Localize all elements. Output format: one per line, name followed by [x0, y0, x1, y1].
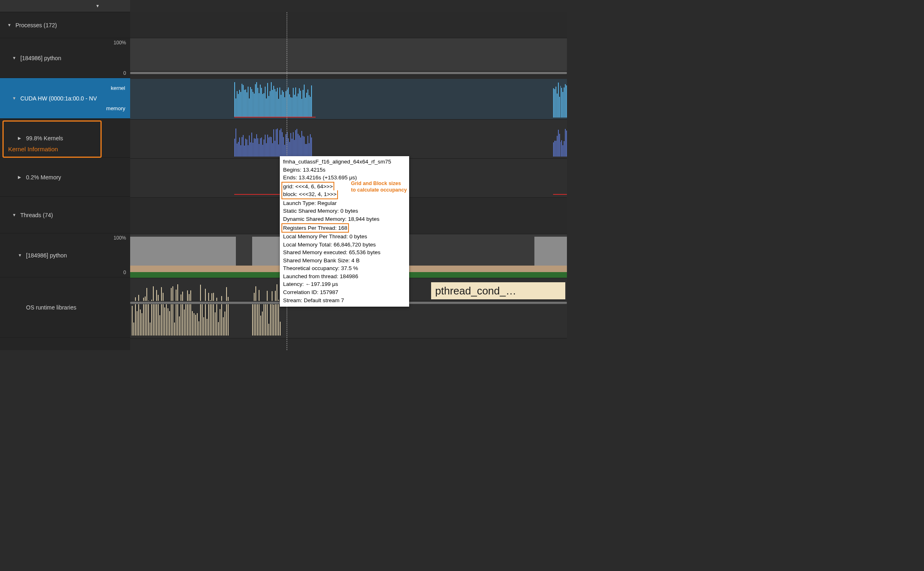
- scrollbar-thumb[interactable]: [130, 72, 567, 74]
- tooltip-grid: grid: <<<4, 6, 64>>>: [281, 182, 334, 191]
- row-os-libs[interactable]: OS runtime libraries: [0, 277, 130, 338]
- track-python-proc[interactable]: [130, 38, 567, 75]
- yaxis-labels: 100% 0: [103, 38, 128, 78]
- tooltip-title: fmha_cutlassF_f16_aligned_64x64_rf_sm75: [283, 158, 406, 166]
- annotation-grid-block-1: Grid and Block sizes: [351, 181, 401, 187]
- kernel-tooltip: fmha_cutlassF_f16_aligned_64x64_rf_sm75 …: [280, 156, 409, 307]
- row-python-proc[interactable]: ▼ [184986] python 100% 0: [0, 38, 130, 78]
- row-memory[interactable]: ▶ 0.2% Memory: [0, 158, 130, 197]
- row-processes[interactable]: ▼ Processes (172): [0, 12, 130, 38]
- track-processes[interactable]: [130, 12, 567, 38]
- kernel-cluster[interactable]: [553, 81, 567, 118]
- yaxis-top-2: 100%: [105, 235, 126, 241]
- row-cuda-hw[interactable]: ▼ CUDA HW (0000:1a:00.0 - NV kernel memo…: [0, 78, 130, 119]
- tooltip-launched-from: Launched from thread: 184986: [283, 272, 406, 281]
- chevron-right-icon[interactable]: ▶: [18, 175, 24, 179]
- tooltip-shared-exec: Shared Memory executed: 65,536 bytes: [283, 248, 406, 257]
- tooltip-static-shared: Static Shared Memory: 0 bytes: [283, 207, 406, 215]
- track-scrollbar[interactable]: [130, 71, 567, 74]
- tooltip-local-mem-total: Local Memory Total: 66,846,720 bytes: [283, 241, 406, 249]
- os-block-pthread[interactable]: pthread_cond_…: [431, 282, 565, 299]
- python-proc-label: [184986] python: [20, 55, 61, 61]
- track-cuda-hw[interactable]: [130, 79, 567, 120]
- threads-label: Threads (74): [20, 212, 53, 218]
- os-bars: [252, 281, 281, 336]
- chevron-down-icon[interactable]: ▼: [12, 56, 18, 60]
- tooltip-occupancy: Theoretical occupancy: 37.5 %: [283, 264, 406, 272]
- memory-label: 0.2% Memory: [26, 174, 61, 181]
- row-threads[interactable]: ▼ Threads (74): [0, 197, 130, 233]
- sidebar: ▼ ▼ Processes (172) ▼ [184986] python 10…: [0, 0, 130, 350]
- tooltip-correlation: Correlation ID: 157987: [283, 288, 406, 296]
- kernel-bars[interactable]: [234, 121, 316, 157]
- track-kernels[interactable]: [130, 120, 567, 159]
- sidebar-top-strip: ▼: [0, 0, 130, 12]
- chevron-down-icon[interactable]: ▼: [18, 253, 24, 257]
- processes-label: Processes (172): [15, 22, 57, 28]
- tooltip-dynamic-shared: Dynamic Shared Memory: 18,944 bytes: [283, 215, 406, 223]
- os-libs-label: OS runtime libraries: [26, 304, 76, 311]
- cuda-sublabels: kernel memory: [99, 78, 128, 118]
- cuda-hw-label: CUDA HW (0000:1a:00.0 - NV: [20, 95, 97, 102]
- annotation-kernel-info-label: Kernel Information: [8, 146, 58, 153]
- chevron-down-icon[interactable]: ▼: [7, 23, 13, 27]
- annotation-grid-block-2: to calculate occupancy: [351, 187, 407, 194]
- tooltip-bank-size: Shared Memory Bank Size: 4 B: [283, 257, 406, 265]
- python-thread-label: [184986] python: [26, 252, 67, 259]
- row-python-thread[interactable]: ▼ [184986] python 100% 0: [0, 233, 130, 277]
- yaxis-bottom: 0: [105, 70, 126, 76]
- os-block-label: pthread_cond_…: [435, 285, 516, 297]
- os-bars: [132, 281, 233, 336]
- kernel-cluster[interactable]: [234, 81, 316, 118]
- tooltip-block: block: <<<32, 4, 1>>>: [281, 190, 338, 199]
- tooltip-local-mem-thread: Local Memory Per Thread: 0 bytes: [283, 233, 406, 241]
- tooltip-latency: Latency: ←197.199 μs: [283, 280, 406, 288]
- memory-redline: [553, 194, 567, 195]
- tooltip-begins: Begins: 13.4215s: [283, 166, 406, 174]
- tooltip-registers: Registers Per Thread: 168: [281, 223, 349, 233]
- tooltip-stream: Stream: Default stream 7: [283, 296, 406, 305]
- chevron-down-icon[interactable]: ▼: [12, 96, 18, 100]
- yaxis-top: 100%: [105, 40, 126, 46]
- chevron-right-icon[interactable]: ▶: [18, 136, 24, 140]
- chevron-down-icon[interactable]: ▼: [12, 213, 18, 217]
- tooltip-launch-type: Launch Type: Regular: [283, 199, 406, 207]
- cuda-kernel-sublabel: kernel: [99, 85, 125, 91]
- cuda-memory-sublabel: memory: [99, 105, 125, 111]
- kernels-label: 99.8% Kernels: [26, 135, 63, 142]
- dropdown-caret-icon[interactable]: ▼: [96, 4, 100, 8]
- yaxis-labels-2: 100% 0: [103, 233, 128, 277]
- memory-redline: [234, 117, 316, 118]
- kernel-bars[interactable]: [553, 121, 567, 157]
- yaxis-bottom-2: 0: [105, 270, 126, 275]
